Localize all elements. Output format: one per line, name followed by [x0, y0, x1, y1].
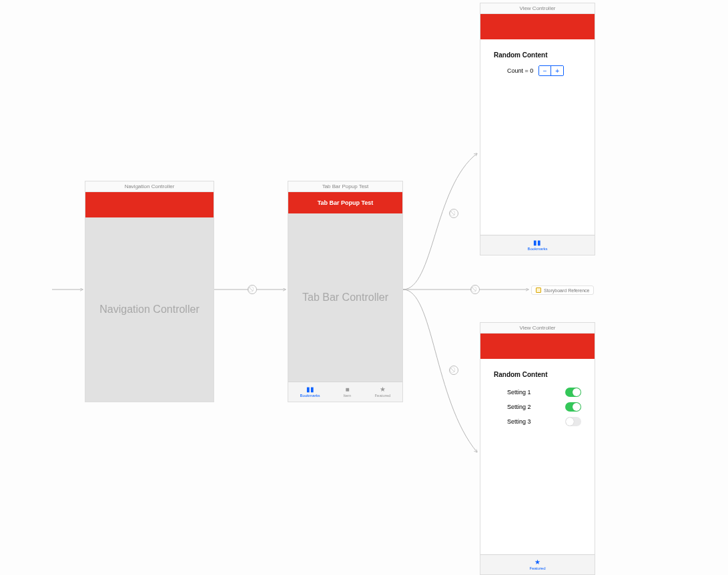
bookmarks-icon: ▮▮	[306, 386, 314, 393]
scene-body: Random Content Setting 1 Setting 2 Setti…	[480, 359, 595, 554]
tab-item-bookmarks[interactable]: ▮▮ Bookmarks	[527, 239, 547, 251]
navigation-bar	[480, 334, 595, 359]
stepper-minus-icon[interactable]: −	[539, 66, 551, 75]
tab-bar: ▮▮ Bookmarks ■ Item ★ Featured	[288, 382, 402, 402]
storyboard-reference-label: Storyboard Reference	[544, 288, 589, 293]
count-row: Count = 0 − +	[507, 65, 564, 76]
scene-title: Navigation Controller	[85, 181, 214, 192]
setting-label: Setting 3	[507, 418, 531, 425]
tab-label: Featured	[529, 566, 545, 570]
placeholder-label: Navigation Controller	[99, 304, 199, 316]
setting-label: Setting 2	[507, 404, 531, 410]
scene-tab-bar-controller[interactable]: Tab Bar Popup Test Tab Bar Popup Test Ta…	[288, 181, 403, 402]
tab-item-item[interactable]: ■ Item	[344, 386, 352, 398]
bookmarks-icon: ▮▮	[533, 239, 541, 246]
count-label: Count = 0	[507, 67, 533, 74]
scene-body: Navigation Controller	[85, 217, 214, 402]
tab-label: Item	[344, 394, 352, 398]
scene-title: View Controller	[480, 323, 595, 334]
scene-navigation-controller[interactable]: Navigation Controller Navigation Control…	[85, 181, 214, 402]
scene-view-controller-featured[interactable]: View Controller Random Content Setting 1…	[480, 322, 595, 575]
tab-item-bookmarks[interactable]: ▮▮ Bookmarks	[300, 386, 320, 398]
segue-badge[interactable]: ⃠	[470, 285, 480, 294]
stepper-plus-icon[interactable]: +	[551, 66, 563, 75]
segue-badge[interactable]: ⃠	[449, 366, 458, 375]
star-icon: ★	[534, 559, 540, 566]
placeholder-label: Tab Bar Controller	[302, 292, 388, 304]
tab-item-featured[interactable]: ★ Featured	[374, 386, 390, 398]
nav-title: Tab Bar Popup Test	[318, 199, 374, 206]
scene-title: Tab Bar Popup Test	[288, 181, 402, 192]
tab-label: Bookmarks	[527, 247, 547, 251]
switch-knob	[566, 418, 574, 426]
storyboard-reference[interactable]: Storyboard Reference	[531, 285, 594, 295]
content-heading: Random Content	[494, 51, 548, 59]
tab-bar: ★ Featured	[480, 554, 595, 574]
content-heading: Random Content	[494, 371, 548, 378]
segue-badge[interactable]: ⃠	[248, 285, 257, 294]
switch-knob	[573, 388, 581, 396]
segue-badge[interactable]: ⃠	[449, 209, 458, 218]
setting-switch-1[interactable]	[565, 388, 581, 397]
setting-row-1: Setting 1	[480, 385, 595, 400]
scene-title: View Controller	[480, 3, 595, 14]
star-icon: ★	[380, 386, 386, 393]
setting-label: Setting 1	[507, 389, 531, 396]
setting-switch-2[interactable]	[565, 402, 581, 412]
tab-bar: ▮▮ Bookmarks	[480, 235, 595, 255]
tab-label: Bookmarks	[300, 394, 320, 398]
count-stepper[interactable]: − +	[538, 65, 564, 76]
navigation-bar	[85, 192, 214, 217]
switch-knob	[573, 403, 581, 411]
navigation-bar: Tab Bar Popup Test	[288, 192, 402, 213]
tab-label: Featured	[374, 394, 390, 398]
storyboard-icon	[536, 288, 541, 293]
scene-view-controller-bookmarks[interactable]: View Controller Random Content Count = 0…	[480, 3, 595, 255]
setting-switch-3[interactable]	[565, 417, 581, 426]
tab-item-featured[interactable]: ★ Featured	[529, 559, 545, 570]
setting-row-3: Setting 3	[480, 414, 595, 429]
setting-row-2: Setting 2	[480, 400, 595, 414]
square-icon: ■	[345, 386, 349, 393]
scene-body: Random Content Count = 0 − +	[480, 39, 595, 235]
scene-body: Tab Bar Controller	[288, 213, 402, 382]
navigation-bar	[480, 14, 595, 39]
